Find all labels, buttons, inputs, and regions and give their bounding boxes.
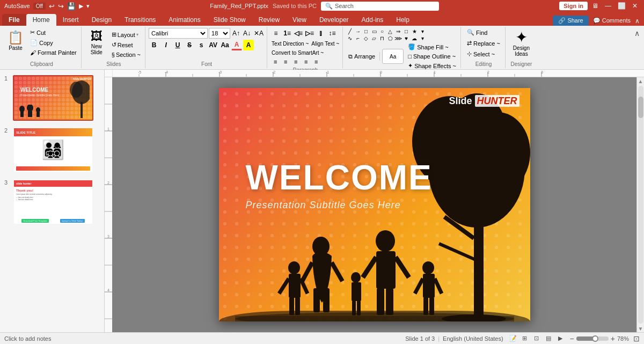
align-left-button[interactable]: ≡ (270, 57, 280, 66)
shadow-button[interactable]: s (196, 40, 207, 50)
search-bar[interactable]: 🔍 Search (321, 2, 439, 11)
slide-sorter-button[interactable]: ⊡ (531, 334, 542, 343)
customize-icon[interactable]: ▾ (86, 3, 90, 10)
font-name-select[interactable]: Calibri (149, 28, 208, 39)
distributed-button[interactable]: ≡ (311, 57, 321, 66)
slide-thumb-3[interactable]: 3 slide hunter Thank you! Lorem ipsum do… (3, 178, 101, 226)
cloud-shape[interactable]: ☁ (411, 35, 418, 41)
tab-design[interactable]: Design (85, 14, 118, 26)
font-color-button[interactable]: A (231, 40, 242, 50)
slide-thumb-2[interactable]: 2 SLIDE TITLE 👨‍👩‍👧‍👦 (3, 126, 101, 174)
paste-button[interactable]: 📋 Paste (4, 28, 27, 57)
redo-icon[interactable]: ↪ (58, 2, 64, 10)
close-icon[interactable]: ✕ (630, 2, 640, 10)
slide-image-1[interactable]: WELCOME Presentation Subtitle Goes Here (13, 75, 93, 121)
share-button[interactable]: 🔗 Share (553, 16, 588, 26)
arrow-shape[interactable]: → (354, 28, 362, 34)
notes-click-area[interactable]: Click to add notes (4, 335, 401, 342)
chevron-shape[interactable]: ⋙ (394, 35, 402, 41)
normal-view-button[interactable]: ⊞ (519, 334, 530, 343)
present-icon[interactable]: ▶ (79, 3, 83, 10)
zoom-slider[interactable] (576, 336, 609, 341)
ribbon-collapse-button[interactable]: ∧ (632, 27, 642, 68)
char-spacing-button[interactable]: AV (208, 40, 218, 50)
columns-button[interactable]: ⫿ (316, 28, 326, 39)
cylinder-shape[interactable]: ⊓ (378, 35, 386, 41)
pentagon-shape[interactable]: ⬠ (386, 35, 394, 41)
scroll-track[interactable] (638, 86, 643, 324)
align-text-button[interactable]: Align Text ~ (310, 40, 340, 48)
tab-home[interactable]: Home (26, 14, 56, 26)
scroll-up-button[interactable]: ▲ (637, 77, 645, 85)
right-arrow-shape[interactable]: ⇒ (394, 28, 402, 34)
oval-shape[interactable]: ○ (378, 28, 386, 34)
ribbon-collapse-icon[interactable]: ∧ (635, 17, 640, 25)
save-icon[interactable]: 💾 (67, 2, 76, 10)
undo-icon[interactable]: ↩ (49, 2, 55, 10)
format-painter-button[interactable]: 🖌 Format Painter (28, 48, 79, 57)
diamond-shape[interactable]: ◇ (362, 35, 370, 41)
shape-fill-button[interactable]: 🪣 Shape Fill ~ (406, 42, 458, 52)
italic-button[interactable]: I (160, 40, 171, 50)
more-shapes[interactable]: ▾ (419, 28, 426, 34)
cut-button[interactable]: ✂ Cut (28, 28, 79, 37)
design-ideas-button[interactable]: ✦ Design Ideas (509, 28, 534, 59)
minimize-icon[interactable]: — (603, 2, 613, 10)
zoom-out-button[interactable]: − (570, 334, 574, 343)
find-button[interactable]: 🔍 Find (464, 28, 490, 37)
justify-button[interactable]: ≡ (301, 57, 311, 66)
highlight-button[interactable]: A (243, 40, 254, 50)
convert-smartart-button[interactable]: Convert to SmartArt ~ (270, 49, 325, 57)
decrease-indent-button[interactable]: ◁≡ (293, 28, 304, 39)
new-slide-button[interactable]: 🖼 New Slide (85, 28, 108, 57)
slide-view[interactable]: Slide HUNTER (112, 77, 636, 332)
tab-transitions[interactable]: Transitions (118, 14, 162, 26)
select-button[interactable]: ⊹ Select ~ (464, 49, 497, 58)
increase-font-icon[interactable]: A↑ (231, 28, 241, 38)
copy-button[interactable]: 📄 Copy (28, 38, 79, 47)
curve-shape[interactable]: ∿ (346, 35, 354, 41)
layout-dropdown[interactable]: ⊞ Layout ▾ (109, 30, 143, 39)
underline-button[interactable]: U (172, 40, 183, 50)
clear-format-icon[interactable]: ✕A (253, 28, 265, 38)
maximize-icon[interactable]: ⬜ (616, 2, 628, 10)
zoom-slider-thumb[interactable] (592, 335, 598, 342)
reset-button[interactable]: ↺ Reset (109, 40, 143, 49)
slide-image-3[interactable]: slide hunter Thank you! Lorem ipsum dolo… (13, 179, 93, 225)
shape-outline-button[interactable]: □ Shape Outline ~ (406, 52, 458, 61)
line-spacing-button[interactable]: ↕≡ (327, 28, 338, 39)
font-size-select[interactable]: 18 (209, 28, 230, 39)
bullets-button[interactable]: ≡ (270, 28, 281, 39)
parallelogram-shape[interactable]: ▱ (370, 35, 378, 41)
tab-review[interactable]: Review (252, 14, 286, 26)
tab-slideshow[interactable]: Slide Show (207, 14, 252, 26)
tab-animations[interactable]: Animations (162, 14, 207, 26)
triangle-shape[interactable]: △ (386, 28, 394, 34)
align-right-button[interactable]: ≡ (291, 57, 301, 66)
tab-help[interactable]: Help (390, 14, 416, 26)
align-center-button[interactable]: ≡ (281, 57, 290, 66)
rounded-rect-shape[interactable]: ▭ (370, 28, 378, 34)
numbered-list-button[interactable]: 1≡ (282, 28, 292, 39)
section-dropdown[interactable]: § Section ~ (109, 50, 143, 59)
reading-view-button[interactable]: ▤ (543, 334, 554, 343)
callout-shape[interactable]: □ (402, 28, 410, 34)
scroll-down-button[interactable]: ▼ (637, 325, 645, 332)
main-slide[interactable]: Slide HUNTER (219, 88, 530, 321)
slide-image-2[interactable]: SLIDE TITLE 👨‍👩‍👧‍👦 (13, 127, 93, 173)
tab-view[interactable]: View (286, 14, 313, 26)
autosave-toggle[interactable]: Off (33, 3, 46, 10)
tab-insert[interactable]: Insert (56, 14, 85, 26)
rect-shape[interactable]: □ (362, 28, 370, 34)
increase-indent-button[interactable]: ▷≡ (304, 28, 315, 39)
zoom-in-button[interactable]: + (611, 334, 615, 343)
signin-button[interactable]: Sign in (559, 2, 588, 10)
line-shape[interactable]: ╱ (346, 28, 354, 34)
heart-shape[interactable]: ♥ (402, 35, 410, 41)
replace-button[interactable]: ⇄ Replace ~ (464, 39, 503, 48)
tab-developer[interactable]: Developer (313, 14, 355, 26)
slideshow-view-button[interactable]: ▶ (555, 334, 566, 343)
tab-addins[interactable]: Add-ins (355, 14, 390, 26)
change-case-button[interactable]: Aa (219, 40, 230, 50)
star-shape[interactable]: ★ (411, 28, 418, 34)
